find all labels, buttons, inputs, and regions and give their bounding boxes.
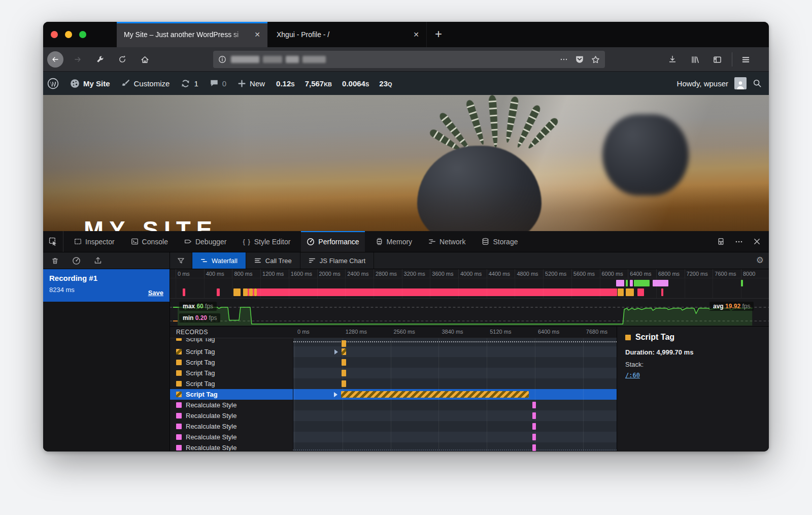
bookmark-star-icon[interactable] [591,55,600,64]
menu-button[interactable] [739,53,752,66]
stat-query-time: 0.0064S [342,79,369,88]
waterfall-bar[interactable] [342,348,346,355]
customize-label: Customize [134,79,170,88]
save-recording-link[interactable]: Save [148,289,163,297]
new-tab-button[interactable]: + [435,28,442,40]
sidebars-button[interactable] [711,53,723,66]
tab-performance[interactable]: Performance [301,231,364,252]
record-label: Script Tag [186,369,215,377]
view-js-flame-chart-button[interactable]: JS Flame Chart [300,252,374,269]
waterfall-bar[interactable] [342,370,346,376]
new-content-menu[interactable]: New [238,79,265,88]
tab-xhgui[interactable]: Xhgui - Profile - / ✕ [269,22,427,47]
macos-minimize-button[interactable] [65,31,72,38]
pick-element-button[interactable] [43,231,63,252]
waterfall-bar[interactable] [532,444,536,451]
avatar[interactable] [734,77,747,89]
tab-debugger[interactable]: Debugger [179,231,232,252]
record-row[interactable]: Script Tag [170,389,617,400]
overview-gridline [685,278,685,298]
home-button[interactable] [139,53,151,66]
updates-menu[interactable]: 1 [181,79,198,88]
record-type-swatch [176,381,182,387]
record-row[interactable]: Recalculate Style [170,410,617,421]
filter-button[interactable] [170,252,192,269]
back-button[interactable] [47,51,63,68]
pocket-icon[interactable] [575,55,584,64]
tab-my-site[interactable]: My Site – Just another WordPress si ✕ [117,22,267,47]
my-site-menu[interactable]: My Site [70,79,110,88]
dock-side-icon[interactable] [717,238,725,245]
waterfall-bar[interactable] [532,402,536,408]
macos-zoom-button[interactable] [79,31,86,38]
reload-button[interactable] [116,53,128,66]
record-row[interactable]: Recalculate Style [170,432,617,442]
waterfall-bar[interactable] [532,412,536,419]
tab-console[interactable]: Console [125,231,174,252]
waterfall-overview[interactable] [170,278,769,299]
expand-marker-icon[interactable] [334,392,337,397]
tab-memory[interactable]: Memory [370,231,418,252]
record-row[interactable]: Recalculate Style [170,400,617,410]
tab-network[interactable]: Network [423,231,471,252]
view-call-tree-button[interactable]: Call Tree [246,252,300,269]
library-button[interactable] [689,53,701,66]
record-row[interactable]: Script Tag [170,338,617,346]
tab-close-icon[interactable]: ✕ [411,29,421,40]
import-recording-icon[interactable] [94,256,102,265]
tab-inspector[interactable]: Inspector [69,231,120,252]
record-row[interactable]: Recalculate Style [170,421,617,432]
wrench-button[interactable] [94,53,106,66]
downloads-button[interactable] [666,53,679,66]
overview-gridline [317,278,318,298]
waterfall-bar[interactable] [342,380,346,387]
waterfall-bar[interactable] [532,434,536,440]
start-recording-icon[interactable] [72,256,81,265]
waterfall-bar[interactable] [532,423,536,430]
tab-storage[interactable]: Storage [476,231,523,252]
tab-style-editor[interactable]: { } Style Editor [237,231,296,252]
close-devtools-icon[interactable] [753,238,761,245]
wp-logo-menu[interactable] [47,78,59,89]
record-row[interactable]: Script Tag [170,368,617,378]
records-list[interactable]: Script TagScript TagScript TagScript Tag… [170,338,617,451]
overview-gridline [600,278,600,298]
waterfall-bar[interactable] [342,359,346,366]
ruler-label: 4000 ms [460,271,482,277]
waterfall-bar[interactable] [342,340,346,347]
timeline-ruler[interactable]: 0 ms400 ms800 ms1200 ms1600 ms2000 ms240… [170,269,769,278]
record-row[interactable]: Script Tag [170,357,617,368]
storage-database-icon [482,238,489,245]
ruler-tick [515,269,515,278]
forward-button[interactable] [72,53,84,66]
page-info-icon[interactable] [218,55,226,63]
fps-min-label: min 0.20 fps [179,313,220,323]
performance-settings-gear-icon[interactable]: ⚙ [756,255,764,266]
overview-segment [661,288,663,296]
view-waterfall-button[interactable]: Waterfall [192,252,246,269]
waterfall-bar[interactable] [341,391,529,398]
tab-close-icon[interactable]: ✕ [252,29,262,40]
overview-gridline [571,278,572,298]
stack-frame-link[interactable]: /:60 [625,372,640,379]
clear-recordings-trash-icon[interactable] [51,257,59,265]
recording-item[interactable]: Recording #1 8234 ms Save [43,269,170,302]
record-row[interactable]: Recalculate Style [170,442,617,451]
macos-close-button[interactable] [51,31,58,38]
customize-menu[interactable]: Customize [121,79,170,88]
comments-menu[interactable]: 0 [210,79,226,88]
page-actions-icon[interactable] [560,55,568,63]
url-bar[interactable] [213,51,605,68]
expand-marker-icon[interactable] [334,349,338,355]
devtools-menu-icon[interactable] [735,238,743,246]
record-type-swatch [176,392,182,397]
ruler-label: 6000 ms [602,271,623,277]
overview-gridline [374,278,374,298]
record-row[interactable]: Script Tag [170,378,617,389]
record-row[interactable]: Script Tag [170,346,617,357]
network-waterfall-icon [428,238,436,245]
search-icon[interactable] [753,79,762,88]
framerate-graph[interactable]: max 60 fps min 0.20 fps avg 19.92 fps [170,299,769,327]
updates-icon [181,79,190,88]
howdy-account-menu[interactable]: Howdy, wpuser [677,79,728,88]
